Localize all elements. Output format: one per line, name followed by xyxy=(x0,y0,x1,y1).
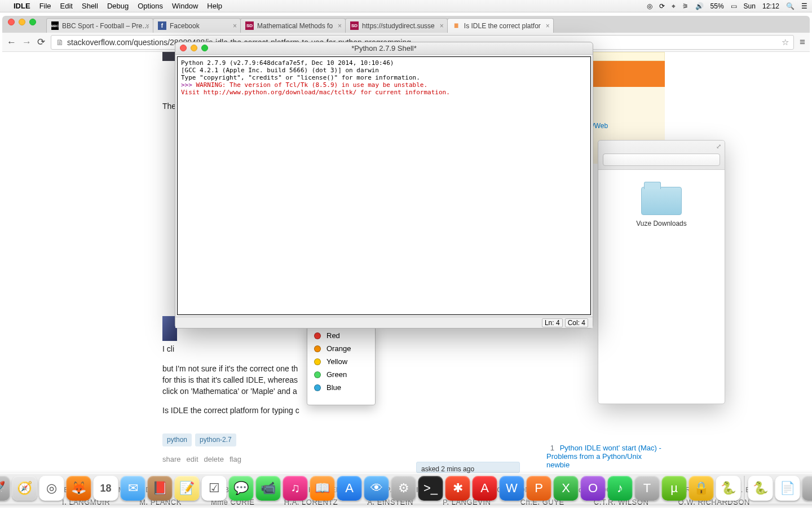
label-option[interactable]: Orange xyxy=(307,342,375,355)
browser-tab[interactable]: f Facebook × xyxy=(153,18,241,33)
edit-link[interactable]: edit xyxy=(187,454,198,465)
tab-close-icon[interactable]: × xyxy=(546,22,550,30)
sync-icon[interactable]: ⟳ xyxy=(659,2,665,10)
forward-button[interactable]: → xyxy=(22,37,32,48)
tab-close-icon[interactable]: × xyxy=(233,22,237,30)
dock-reminders-icon[interactable]: ☑ xyxy=(202,476,227,501)
tab-close-icon[interactable]: × xyxy=(145,22,149,30)
dock-notes-icon[interactable]: 📝 xyxy=(175,476,200,501)
menubar-item[interactable]: Shell xyxy=(82,2,98,10)
yellow-dot-icon xyxy=(314,358,321,365)
battery-icon[interactable]: ▭ xyxy=(731,2,737,10)
folder-icon[interactable] xyxy=(641,187,682,215)
bookmark-icon[interactable]: ☆ xyxy=(782,37,789,47)
browser-tab[interactable]: SD https://studydirect.susse × xyxy=(345,18,448,33)
reload-button[interactable]: ⟳ xyxy=(37,36,45,48)
label-option[interactable]: Red xyxy=(307,329,375,342)
dock-vpn-icon[interactable]: 🔒 xyxy=(689,476,714,501)
close-icon[interactable] xyxy=(8,19,15,25)
dock-launchpad-icon[interactable]: 🚀 xyxy=(0,476,10,501)
related-link[interactable]: Python IDLE wont' start (Mac) - Problems… xyxy=(546,444,661,469)
bluetooth-icon[interactable]: ⌖ xyxy=(672,2,676,10)
dock-firefox-icon[interactable]: 🦊 xyxy=(67,476,91,501)
tab-close-icon[interactable]: × xyxy=(338,22,342,30)
menubar-item[interactable]: Window xyxy=(172,2,198,10)
tab-strip: BBC BBC Sport - Football – Pre… × f Face… xyxy=(2,16,810,33)
dock-word-icon[interactable]: W xyxy=(500,476,524,501)
menubar-item[interactable]: Options xyxy=(138,2,163,10)
dock-calendar-icon[interactable]: 18 xyxy=(94,476,118,501)
dock-messages-icon[interactable]: 💬 xyxy=(229,476,254,501)
delete-link[interactable]: delete xyxy=(204,454,224,465)
wifi-icon[interactable]: ⚞ xyxy=(682,2,689,10)
label-option[interactable]: Green xyxy=(307,368,375,381)
dock-terminal-icon[interactable]: >_ xyxy=(418,476,443,501)
browser-tab[interactable]: SD Mathematical Methods fo × xyxy=(240,18,346,33)
finder-toolbar: ⤢ xyxy=(598,141,725,170)
tag[interactable]: python-2.7 xyxy=(195,433,236,446)
clock-time[interactable]: 12:12 xyxy=(762,2,779,10)
flag-link[interactable]: flag xyxy=(230,454,241,465)
tab-close-icon[interactable]: × xyxy=(440,22,444,30)
dock-mathematica-icon[interactable]: ✱ xyxy=(445,476,470,501)
clock-day[interactable]: Sun xyxy=(744,2,756,10)
zoom-icon[interactable] xyxy=(29,19,36,25)
menubar-item[interactable]: Help xyxy=(207,2,222,10)
minimize-icon[interactable] xyxy=(191,45,197,51)
tag[interactable]: python xyxy=(162,433,192,446)
finder-window[interactable]: ⤢ Vuze Downloads xyxy=(598,140,725,404)
dock-safari-icon[interactable]: 🧭 xyxy=(12,476,37,501)
close-icon[interactable] xyxy=(180,45,187,51)
favicon-stackoverflow-icon: ≣ xyxy=(452,21,461,30)
dock-excel-icon[interactable]: X xyxy=(554,476,579,501)
folder-label[interactable]: Vuze Downloads xyxy=(636,220,687,227)
label-option[interactable]: Blue xyxy=(307,381,375,394)
list-icon[interactable]: ☰ xyxy=(801,2,807,10)
dock-mail-icon[interactable]: ✉ xyxy=(121,476,145,501)
zoom-icon[interactable] xyxy=(201,45,208,51)
label-option[interactable]: Yellow xyxy=(307,355,375,368)
dock-acrobat-icon[interactable]: A xyxy=(473,476,497,501)
dock-appstore-icon[interactable]: A xyxy=(337,476,362,501)
dock-facetime-icon[interactable]: 📹 xyxy=(256,476,281,501)
dock-contacts-icon[interactable]: 📕 xyxy=(148,476,173,501)
battery-percent[interactable]: 55% xyxy=(710,2,724,10)
green-dot-icon xyxy=(314,371,321,378)
idle-text-area[interactable]: Python 2.7.9 (v2.7.9:648dcafa7e5f, Dec 1… xyxy=(177,56,591,315)
dock-ibooks-icon[interactable]: 📖 xyxy=(310,476,335,501)
notification-icon[interactable]: ◎ xyxy=(647,2,652,10)
idle-statusbar: Ln: 4 Col: 4 xyxy=(175,317,593,328)
menu-icon[interactable]: ≡ xyxy=(800,37,805,48)
dock-python1-icon[interactable]: 🐍 xyxy=(716,476,741,501)
minimize-icon[interactable] xyxy=(19,19,25,25)
menubar-item[interactable]: File xyxy=(39,2,51,10)
dock-python2-icon[interactable]: 🐍 xyxy=(748,476,773,501)
dock-powerpoint-icon[interactable]: P xyxy=(527,476,551,501)
dock-downloads-icon[interactable]: ⬇ xyxy=(802,476,813,501)
idle-shell-window[interactable]: *Python 2.7.9 Shell* Python 2.7.9 (v2.7.… xyxy=(175,42,593,329)
dock-document-icon[interactable]: 📄 xyxy=(775,476,800,501)
dock-spotify-icon[interactable]: ♪ xyxy=(608,476,633,501)
related-questions: 1 Python IDLE wont' start (Mac) - Proble… xyxy=(546,444,665,469)
volume-icon[interactable]: 🔊 xyxy=(695,2,704,10)
dock-sysprefs-icon[interactable]: ⚙ xyxy=(391,476,416,501)
dock-chrome-icon[interactable]: ◎ xyxy=(39,476,64,501)
finder-labels-menu[interactable]: Red Orange Yellow Green Blue xyxy=(307,326,376,405)
browser-tab-active[interactable]: ≣ Is IDLE the correct platfor × xyxy=(447,18,554,33)
share-link[interactable]: share xyxy=(162,454,181,465)
menubar-item[interactable]: Edit xyxy=(60,2,73,10)
back-button[interactable]: ← xyxy=(7,37,16,48)
dock-itunes-icon[interactable]: ♫ xyxy=(283,476,308,501)
idle-titlebar[interactable]: *Python 2.7.9 Shell* xyxy=(175,42,593,55)
dock-tex-icon[interactable]: T xyxy=(635,476,660,501)
fullscreen-icon[interactable]: ⤢ xyxy=(716,143,721,150)
browser-tab[interactable]: BBC BBC Sport - Football – Pre… × xyxy=(46,18,153,33)
finder-body[interactable]: Vuze Downloads xyxy=(598,170,725,227)
dock-preview-icon[interactable]: 👁 xyxy=(364,476,389,501)
finder-search-input[interactable] xyxy=(603,154,720,166)
menubar-app-name[interactable]: IDLE xyxy=(14,2,30,10)
menubar-item[interactable]: Debug xyxy=(107,2,129,10)
dock-onenote-icon[interactable]: O xyxy=(581,476,606,501)
spotlight-icon[interactable]: 🔍 xyxy=(786,2,795,10)
dock-utorrent-icon[interactable]: µ xyxy=(662,476,687,501)
